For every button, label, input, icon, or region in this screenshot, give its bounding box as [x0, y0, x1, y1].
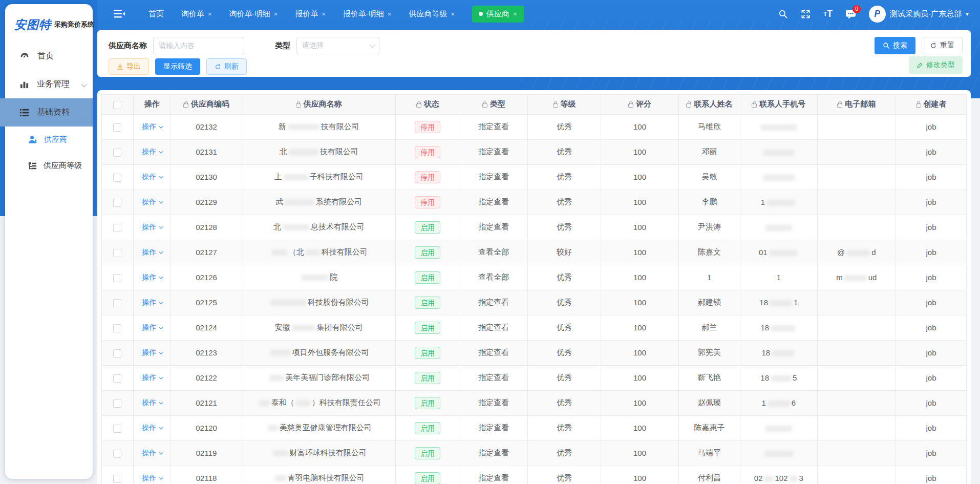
sidebar-item-supplier-grade[interactable]: 供应商等级	[5, 153, 93, 179]
sidebar-item-business[interactable]: 业务管理	[5, 70, 93, 98]
cell-status: 启用	[396, 440, 460, 466]
font-size-icon[interactable]: TT	[823, 9, 833, 18]
tab-close-icon[interactable]: ×	[451, 10, 455, 18]
header-等级: 等级	[527, 95, 601, 114]
row-actions-button[interactable]: 操作	[142, 148, 162, 157]
tab-询价单-明细[interactable]: 询价单-明细×	[229, 9, 278, 19]
row-checkbox[interactable]	[113, 123, 121, 132]
row-actions-button[interactable]: 操作	[142, 323, 162, 332]
cell-creator: job	[896, 415, 967, 440]
status-badge: 启用	[415, 297, 440, 309]
cell-select	[102, 190, 133, 215]
supplier-name-input[interactable]	[153, 37, 244, 54]
text-fragment: 财富环球科技有限公司	[290, 448, 367, 457]
cell-actions: 操作	[133, 340, 171, 365]
tab-close-icon[interactable]: ×	[513, 10, 517, 18]
row-checkbox[interactable]	[113, 274, 121, 282]
tab-close-icon[interactable]: ×	[322, 10, 326, 18]
row-actions-button[interactable]: 操作	[142, 398, 162, 408]
search-button[interactable]: 搜索	[875, 37, 915, 54]
select-all-checkbox[interactable]	[113, 101, 121, 109]
header-label-wrap: 状态	[416, 99, 439, 109]
row-checkbox[interactable]	[113, 299, 121, 307]
header-创建者: 创建者	[896, 95, 967, 114]
row-checkbox[interactable]	[113, 425, 121, 433]
export-button[interactable]: 导出	[109, 58, 149, 75]
redacted-text	[770, 300, 792, 306]
text-fragment: 18	[760, 323, 769, 332]
sidebar-item-supplier[interactable]: 供应商	[5, 127, 93, 153]
row-actions-button[interactable]: 操作	[142, 373, 162, 383]
row-actions-button[interactable]: 操作	[142, 198, 162, 207]
row-actions-button[interactable]: 操作	[142, 298, 162, 307]
row-actions-button[interactable]: 操作	[142, 424, 162, 433]
row-checkbox[interactable]	[113, 174, 121, 182]
cell-contact-name: 李鹏	[678, 190, 740, 215]
refresh-button[interactable]: 刷新	[206, 58, 247, 75]
row-checkbox[interactable]	[113, 349, 121, 357]
search-icon[interactable]	[778, 9, 788, 19]
row-actions-button[interactable]: 操作	[142, 474, 162, 483]
tab-供应商等级[interactable]: 供应商等级×	[409, 9, 455, 19]
cell-contact-name: 1	[678, 265, 740, 290]
row-checkbox[interactable]	[113, 450, 121, 458]
text-fragment: 技有限公司	[321, 122, 359, 131]
cell-type: 指定查看	[460, 340, 527, 365]
status-badge: 启用	[415, 347, 440, 359]
tab-报价单[interactable]: 报价单×	[295, 9, 326, 19]
row-actions-button[interactable]: 操作	[142, 273, 162, 282]
cell-status: 启用	[396, 466, 460, 484]
cell-supplier-name: 泰和（）科技有限责任公司	[242, 390, 396, 415]
cell-status: 停用	[396, 190, 460, 215]
row-actions-label: 操作	[142, 298, 156, 307]
tab-close-icon[interactable]: ×	[208, 10, 212, 18]
row-actions-button[interactable]: 操作	[142, 248, 162, 257]
sidebar-item-home[interactable]: 首页	[5, 42, 93, 70]
tab-close-icon[interactable]: ×	[274, 10, 278, 18]
cell-contact-name: 尹洪涛	[678, 215, 740, 240]
row-checkbox[interactable]	[113, 374, 121, 383]
redacted-text	[768, 401, 790, 407]
header-label: 类型	[490, 99, 505, 109]
cell-grade: 优秀	[527, 215, 601, 240]
user-menu[interactable]: P 测试采购员-广东总部 ▾	[869, 6, 969, 23]
row-actions-button[interactable]: 操作	[142, 449, 162, 458]
tab-首页[interactable]: 首页	[148, 9, 164, 19]
row-checkbox[interactable]	[113, 475, 121, 483]
row-checkbox[interactable]	[113, 399, 121, 408]
sidebar-item-basic-data[interactable]: 基础资料	[0, 98, 93, 127]
status-badge: 启用	[415, 271, 440, 284]
row-checkbox[interactable]	[113, 149, 121, 157]
row-checkbox[interactable]	[113, 249, 121, 257]
header-状态: 状态	[396, 95, 460, 114]
row-checkbox[interactable]	[113, 224, 121, 232]
text-fragment: 北	[280, 147, 287, 156]
cell-score: 100	[601, 139, 678, 164]
redacted-text	[771, 375, 791, 382]
fullscreen-icon[interactable]	[801, 9, 811, 19]
tab-询价单[interactable]: 询价单×	[181, 9, 212, 19]
tab-供应商[interactable]: 供应商×	[472, 6, 524, 23]
chevron-down-icon	[159, 174, 163, 178]
messages-icon[interactable]: 0	[845, 9, 856, 19]
cell-actions: 操作	[133, 390, 171, 415]
collapse-menu-icon[interactable]	[114, 9, 125, 18]
modify-type-button[interactable]: 修改类型	[909, 56, 963, 74]
cell-creator: job	[896, 365, 967, 390]
tab-close-icon[interactable]: ×	[388, 10, 392, 18]
row-checkbox[interactable]	[113, 324, 121, 332]
row-actions-button[interactable]: 操作	[142, 173, 162, 182]
reset-button[interactable]: 重置	[922, 37, 963, 54]
tab-报价单-明细[interactable]: 报价单-明细×	[343, 9, 392, 19]
cell-type: 指定查看	[460, 315, 527, 340]
text-fragment: 安徽	[275, 323, 290, 331]
row-actions-button[interactable]: 操作	[142, 348, 162, 357]
row-checkbox[interactable]	[113, 199, 121, 207]
row-actions-button[interactable]: 操作	[142, 223, 162, 232]
show-filter-button[interactable]: 显示筛选	[155, 58, 200, 75]
row-actions-button[interactable]: 操作	[142, 122, 162, 132]
cell-creator: job	[896, 164, 967, 190]
cell-supplier-code: 02128	[171, 215, 242, 240]
cell-email	[817, 190, 896, 215]
type-select[interactable]: 请选择	[296, 37, 379, 54]
